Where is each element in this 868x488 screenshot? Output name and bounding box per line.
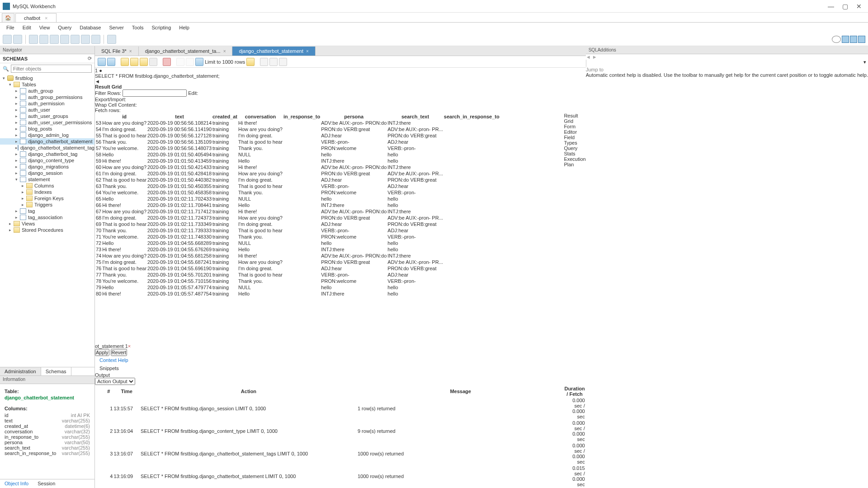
side-tab-form-editor[interactable]: FormEditor [564, 124, 585, 135]
editor-tab[interactable]: SQL File 3*× [95, 47, 139, 56]
tree-item[interactable]: ▸django_chatterbot_tag [0, 151, 94, 157]
forward-icon[interactable]: ► [592, 54, 597, 60]
tree-item[interactable]: ▸auth_permission [0, 100, 94, 107]
stop-icon[interactable] [149, 58, 157, 66]
tab-schemas[interactable]: Schemas [41, 367, 71, 375]
tree-item[interactable]: ▸tag_association [0, 214, 94, 221]
beautify-icon[interactable] [246, 58, 255, 66]
home-tab[interactable]: 🏠 [2, 13, 14, 22]
tab-session[interactable]: Session [33, 479, 60, 488]
execute-icon[interactable] [121, 58, 129, 66]
tree-item[interactable]: ▸Foreign Keys [0, 195, 94, 202]
open-sql-icon[interactable] [13, 35, 22, 44]
tab-snippets[interactable]: Snippets [95, 364, 586, 372]
tree-item[interactable]: ▸tag [0, 208, 94, 214]
tree-item[interactable]: ▸django_chatterbot_statement_tags [0, 145, 94, 151]
tree-item[interactable]: ▸auth_user [0, 107, 94, 113]
commit-icon[interactable] [176, 58, 184, 66]
new-view-icon[interactable] [60, 35, 69, 44]
tree-item[interactable]: ▸Stored Procedures [0, 227, 94, 233]
limit-label: Limit to 1000 rows [205, 59, 245, 65]
reconnect-icon[interactable] [107, 35, 116, 44]
editor-tab[interactable]: django_chatterbot_statement_ta...× [139, 47, 233, 56]
explain-icon[interactable] [140, 58, 148, 66]
new-schema-icon[interactable] [39, 35, 48, 44]
menu-view[interactable]: View [36, 24, 54, 31]
sql-code[interactable]: SELECT * FROM firstblog.django_chatterbo… [95, 73, 586, 79]
invisible-icon[interactable] [269, 58, 278, 66]
tree-item[interactable]: ▸django_chatterbot_statement [0, 138, 94, 145]
tree-item[interactable]: ▸Triggers [0, 202, 94, 208]
close-result-icon[interactable]: × [128, 343, 131, 349]
filter-objects-input[interactable] [11, 65, 92, 73]
open-file-icon[interactable] [98, 58, 106, 66]
side-tab-field-types[interactable]: FieldTypes [564, 135, 585, 145]
tab-context-help[interactable]: Context Help [95, 356, 586, 364]
tree-item[interactable]: ▸django_session [0, 170, 94, 176]
new-table-icon[interactable] [50, 35, 59, 44]
toggle-left-panel-icon[interactable] [842, 36, 849, 43]
maximize-icon[interactable]: ▢ [842, 3, 848, 10]
result-tab[interactable]: ot_statement 1× [95, 343, 586, 349]
tree-item[interactable]: ▸django_admin_log [0, 132, 94, 138]
tree-item[interactable]: ▸Views [0, 221, 94, 227]
new-sql-tab-icon[interactable] [3, 35, 12, 44]
revert-button[interactable]: Revert [111, 349, 127, 356]
execute-current-icon[interactable] [130, 58, 138, 66]
toggle-limit-icon[interactable] [195, 58, 203, 66]
tree-item[interactable]: ▸auth_user_groups [0, 113, 94, 119]
new-func-icon[interactable] [81, 35, 90, 44]
apply-button[interactable]: Apply [95, 349, 109, 356]
side-tab-query-stats[interactable]: QueryStats [564, 145, 585, 156]
tree-item[interactable]: ▸django_migrations [0, 164, 94, 170]
toggle-output-panel-icon[interactable] [850, 36, 857, 43]
tree-item[interactable]: ▾statement [0, 176, 94, 183]
tree-item[interactable]: ▸auth_group [0, 88, 94, 94]
output-type-select[interactable]: Action Output [95, 378, 135, 385]
save-file-icon[interactable] [107, 58, 115, 66]
rollback-icon[interactable] [186, 58, 194, 66]
editor-tab[interactable]: django_chatterbot_statement× [232, 47, 315, 56]
result-tab-label: ot_statement 1 [95, 343, 128, 349]
search-table-icon[interactable] [91, 35, 100, 44]
sql-editor[interactable]: 1 ● SELECT * FROM firstblog.django_chatt… [95, 68, 586, 79]
tree-item[interactable]: ▸auth_group_permissions [0, 94, 94, 100]
close-icon[interactable]: ✕ [856, 3, 862, 10]
tab-object-info[interactable]: Object Info [0, 479, 33, 488]
result-grid[interactable]: idtextcreated_atconversationin_response_… [95, 113, 564, 343]
toggle-sidebar-icon[interactable] [832, 36, 841, 43]
menu-database[interactable]: Database [76, 24, 104, 31]
tree-item[interactable]: ▸auth_user_user_permissions [0, 119, 94, 126]
tree-item[interactable]: ▸Columns [0, 183, 94, 189]
filter-rows-input[interactable] [123, 89, 187, 97]
menu-server[interactable]: Server [105, 24, 127, 31]
toggle-right-panel-icon[interactable] [858, 36, 865, 43]
tree-item[interactable]: ▾firstblog [0, 75, 94, 81]
close-tab-icon[interactable]: × [45, 15, 47, 21]
menu-query[interactable]: Query [54, 24, 75, 31]
minimize-icon[interactable]: — [828, 3, 834, 10]
side-tab-execution-plan[interactable]: ExecutionPlan [564, 156, 585, 167]
tree-item[interactable]: ▸Indexes [0, 189, 94, 195]
menu-edit[interactable]: Edit [19, 24, 35, 31]
row-limit-select[interactable]: Limit to 1000 rows▾ [205, 59, 245, 65]
tab-administration[interactable]: Administration [0, 367, 41, 375]
schema-tree[interactable]: ▾firstblog▾Tables▸auth_group▸auth_group_… [0, 74, 94, 367]
tree-item[interactable]: ▸blog_posts [0, 126, 94, 132]
new-proc-icon[interactable] [71, 35, 80, 44]
menu-file[interactable]: File [3, 24, 18, 31]
refresh-icon[interactable]: ⟳ [88, 56, 92, 61]
editor-splitter[interactable]: ◄ [95, 79, 586, 84]
connection-tab[interactable]: chatbot× [15, 13, 57, 22]
tree-item[interactable]: ▾Tables [0, 81, 94, 88]
back-icon[interactable]: ◄ [586, 54, 591, 60]
side-tab-result-grid[interactable]: ResultGrid [564, 113, 585, 124]
menu-scripting[interactable]: Scripting [148, 24, 175, 31]
menu-tools[interactable]: Tools [128, 24, 147, 31]
toggle-autocommit-icon[interactable] [163, 58, 171, 66]
menu-help[interactable]: Help [175, 24, 193, 31]
find-icon[interactable] [260, 58, 268, 66]
tree-item[interactable]: ▸django_content_type [0, 157, 94, 164]
inspector-icon[interactable] [29, 35, 38, 44]
wrap-icon[interactable] [279, 58, 287, 66]
